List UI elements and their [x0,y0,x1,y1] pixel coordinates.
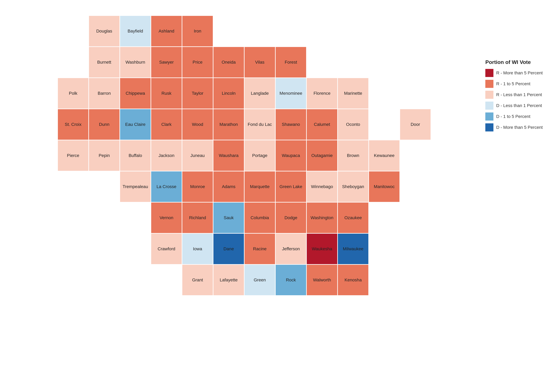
county-cell: Trempealeau [120,171,151,202]
county-cell: Monroe [182,171,213,202]
county-cell: Washburn [120,47,151,78]
county-cell: Barron [89,78,120,109]
county-cell: Douglas [89,16,120,47]
county-cell: Rock [275,264,306,296]
county-cell: Crawford [151,233,182,264]
legend-item: R - 1 to 5 Percent [485,80,551,88]
county-cell: Price [182,47,213,78]
county-cell: Milwaukee [338,233,369,264]
legend-item: D - 1 to 5 Percent [485,112,551,121]
county-cell: Ozaukee [338,202,369,233]
legend: Portion of WI Vote R - More than 5 Perce… [485,59,551,134]
county-cell: Outagamie [306,140,338,171]
county-cell: Dodge [275,202,306,233]
county-cell: Dane [213,233,244,264]
legend-label: D - Less than 1 Percent [496,103,542,108]
county-cell: La Crosse [151,171,182,202]
county-cell: Waukesha [306,233,338,264]
county-cell: Jefferson [275,233,306,264]
legend-label: D - 1 to 5 Percent [496,114,530,119]
county-cell: Florence [306,78,338,109]
county-cell: Taylor [182,78,213,109]
legend-swatch [485,101,493,110]
legend-item: D - More than 5 Percent [485,123,551,131]
county-cell: Ashland [151,16,182,47]
county-cell: Grant [182,264,213,296]
county-cell: Pepin [89,140,120,171]
county-cell: Fond du Lac [244,109,275,140]
legend-label: R - More than 5 Percent [496,70,543,75]
legend-items: R - More than 5 Percent R - 1 to 5 Perce… [485,69,551,131]
county-cell: Burnett [89,47,120,78]
county-cell: Racine [244,233,275,264]
county-cell: Green [244,264,275,296]
county-cell: Iron [182,16,213,47]
county-cell: Oneida [213,47,244,78]
county-cell: St. Croix [58,109,89,140]
county-cell: Juneau [182,140,213,171]
county-cell: Kenosha [338,264,369,296]
county-cell: Door [400,109,431,140]
legend-swatch [485,112,493,121]
county-cell: Rusk [151,78,182,109]
county-cell: Langlade [244,78,275,109]
county-cell: Jackson [151,140,182,171]
county-cell: Columbia [244,202,275,233]
county-cell: Forest [275,47,306,78]
county-cell: Sheboygan [338,171,369,202]
county-cell: Vilas [244,47,275,78]
county-cell: Vernon [151,202,182,233]
county-cell: Walworth [306,264,338,296]
chart-container: DouglasBayfieldAshlandIronBurnettWashbur… [19,9,423,383]
legend-item: D - Less than 1 Percent [485,101,551,110]
legend-swatch [485,91,493,99]
county-cell: Brown [338,140,369,171]
legend-item: R - More than 5 Percent [485,69,551,77]
county-cell: Calumet [306,109,338,140]
county-cell: Pierce [58,140,89,171]
county-cell: Polk [58,78,89,109]
county-cell: Marquette [244,171,275,202]
legend-label: D - More than 5 Percent [496,125,543,130]
county-cell: Sauk [213,202,244,233]
county-cell: Eau Claire [120,109,151,140]
county-cell: Dunn [89,109,120,140]
county-cell: Manitowoc [369,171,400,202]
legend-item: R - Less than 1 Percent [485,91,551,99]
county-cell: Sawyer [151,47,182,78]
county-cell: Waupaca [275,140,306,171]
legend-label: R - Less than 1 Percent [496,92,542,97]
county-cell: Marathon [213,109,244,140]
legend-title: Portion of WI Vote [485,59,551,65]
county-cell: Green Lake [275,171,306,202]
county-cell: Wood [182,109,213,140]
legend-label: R - 1 to 5 Percent [496,81,530,86]
county-cell: Lafayette [213,264,244,296]
county-cell: Clark [151,109,182,140]
county-cell: Marinette [338,78,369,109]
legend-swatch [485,69,493,77]
county-cell: Shawano [275,109,306,140]
county-cell: Portage [244,140,275,171]
county-cell: Bayfield [120,16,151,47]
county-cell: Richland [182,202,213,233]
county-cell: Buffalo [120,140,151,171]
county-cell: Kewaunee [369,140,400,171]
county-cell: Menominee [275,78,306,109]
county-cell: Waushara [213,140,244,171]
county-cell: Washington [306,202,338,233]
county-cell: Winnebago [306,171,338,202]
legend-swatch [485,80,493,88]
county-cell: Chippewa [120,78,151,109]
county-cell: Iowa [182,233,213,264]
county-cell: Lincoln [213,78,244,109]
legend-swatch [485,123,493,131]
county-cell: Oconto [338,109,369,140]
county-cell: Adams [213,171,244,202]
